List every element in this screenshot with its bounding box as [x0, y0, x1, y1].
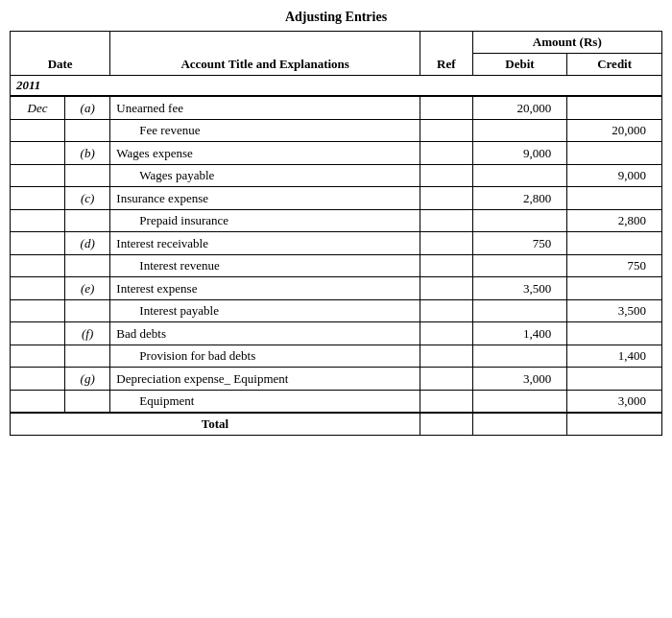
date-cell2-5	[11, 345, 65, 368]
main-desc-5: Bad debts	[110, 322, 420, 345]
credit-cell-3	[567, 232, 662, 255]
credit-cell2-1: 9,000	[567, 165, 662, 187]
entry-sub-row-3: Interest revenue750	[11, 255, 662, 277]
entry-row-2: (c)Insurance expense2,800	[11, 187, 662, 210]
total-ref	[420, 413, 472, 436]
total-row: Total	[11, 413, 662, 436]
entry-sub-row-4: Interest payable3,500	[11, 300, 662, 322]
sub-label-0: (a)	[65, 96, 110, 120]
header-row-2: Date Account Title and Explanations Ref …	[11, 54, 662, 76]
ref-header-blank	[420, 32, 472, 54]
credit-cell-6	[567, 368, 662, 391]
date-cell-4	[11, 277, 65, 300]
ref-cell-6	[420, 368, 472, 391]
debit-cell2-5	[472, 345, 567, 368]
debit-cell-4: 3,500	[472, 277, 567, 300]
date-cell-0: Dec	[11, 96, 65, 120]
sub-label-5: (f)	[65, 322, 110, 345]
sub-desc-1: Wages payable	[110, 165, 420, 187]
main-desc-1: Wages expense	[110, 142, 420, 165]
sub-label-2: (c)	[65, 187, 110, 210]
sub-label2-5	[65, 345, 110, 368]
credit-cell2-5: 1,400	[567, 345, 662, 368]
ref-cell-3	[420, 232, 472, 255]
sub-label2-4	[65, 300, 110, 322]
date-cell2-4	[11, 300, 65, 322]
sub-desc-2: Prepaid insurance	[110, 210, 420, 232]
entry-row-4: (e)Interest expense3,500	[11, 277, 662, 300]
debit-cell-1: 9,000	[472, 142, 567, 165]
main-desc-2: Insurance expense	[110, 187, 420, 210]
main-desc-4: Interest expense	[110, 277, 420, 300]
ref-cell2-2	[420, 210, 472, 232]
sub-label2-2	[65, 210, 110, 232]
sub-label-6: (g)	[65, 368, 110, 391]
credit-cell-2	[567, 187, 662, 210]
entry-sub-row-0: Fee revenue20,000	[11, 120, 662, 142]
amount-header: Amount (Rs)	[472, 32, 661, 54]
sub-desc-4: Interest payable	[110, 300, 420, 322]
sub-desc-5: Provision for bad debts	[110, 345, 420, 368]
main-title: Adjusting Entries	[10, 10, 662, 25]
debit-cell-0: 20,000	[472, 96, 567, 120]
ref-cell-2	[420, 187, 472, 210]
entries-body: Dec(a)Unearned fee20,000Fee revenue20,00…	[11, 96, 662, 413]
debit-col-header: Debit	[472, 54, 567, 76]
total-debit	[472, 413, 567, 436]
debit-cell-3: 750	[472, 232, 567, 255]
account-col-header: Account Title and Explanations	[110, 54, 420, 76]
ref-cell2-3	[420, 255, 472, 277]
adjusting-entries-table: Amount (Rs) Date Account Title and Expla…	[10, 31, 662, 436]
debit-cell2-1	[472, 165, 567, 187]
date-cell-1	[11, 142, 65, 165]
account-header-blank	[110, 32, 420, 54]
ref-cell2-6	[420, 391, 472, 414]
debit-cell-5: 1,400	[472, 322, 567, 345]
sub-desc-3: Interest revenue	[110, 255, 420, 277]
sub-label-3: (d)	[65, 232, 110, 255]
ref-cell-5	[420, 322, 472, 345]
ref-cell2-1	[420, 165, 472, 187]
sub-label2-6	[65, 391, 110, 414]
date-header-blank	[11, 32, 110, 54]
debit-cell2-4	[472, 300, 567, 322]
date-cell-2	[11, 187, 65, 210]
ref-col-header: Ref	[420, 54, 472, 76]
entry-sub-row-6: Equipment3,000	[11, 391, 662, 414]
sub-label2-1	[65, 165, 110, 187]
entry-sub-row-5: Provision for bad debts1,400	[11, 345, 662, 368]
date-cell-6	[11, 368, 65, 391]
date-cell2-1	[11, 165, 65, 187]
main-desc-6: Depreciation expense_ Equipment	[110, 368, 420, 391]
sub-label-1: (b)	[65, 142, 110, 165]
date-cell-3	[11, 232, 65, 255]
ref-cell-4	[420, 277, 472, 300]
entry-row-0: Dec(a)Unearned fee20,000	[11, 96, 662, 120]
entry-row-5: (f)Bad debts1,400	[11, 322, 662, 345]
entry-row-1: (b)Wages expense9,000	[11, 142, 662, 165]
debit-cell-2: 2,800	[472, 187, 567, 210]
total-credit	[567, 413, 662, 436]
debit-cell2-0	[472, 120, 567, 142]
debit-cell2-6	[472, 391, 567, 414]
credit-cell2-3: 750	[567, 255, 662, 277]
ref-cell2-0	[420, 120, 472, 142]
credit-cell-0	[567, 96, 662, 120]
page-wrapper: Adjusting Entries Amount (Rs) Date Accou…	[10, 10, 662, 436]
date-cell2-2	[11, 210, 65, 232]
date-cell-5	[11, 322, 65, 345]
credit-cell2-6: 3,000	[567, 391, 662, 414]
date-cell2-6	[11, 391, 65, 414]
date-col-header: Date	[11, 54, 110, 76]
sub-desc-6: Equipment	[110, 391, 420, 414]
debit-cell-6: 3,000	[472, 368, 567, 391]
debit-cell2-2	[472, 210, 567, 232]
credit-cell2-2: 2,800	[567, 210, 662, 232]
ref-cell2-5	[420, 345, 472, 368]
date-cell2-0	[11, 120, 65, 142]
sub-label2-3	[65, 255, 110, 277]
entry-sub-row-1: Wages payable9,000	[11, 165, 662, 187]
ref-cell2-4	[420, 300, 472, 322]
sub-label-4: (e)	[65, 277, 110, 300]
credit-cell-1	[567, 142, 662, 165]
